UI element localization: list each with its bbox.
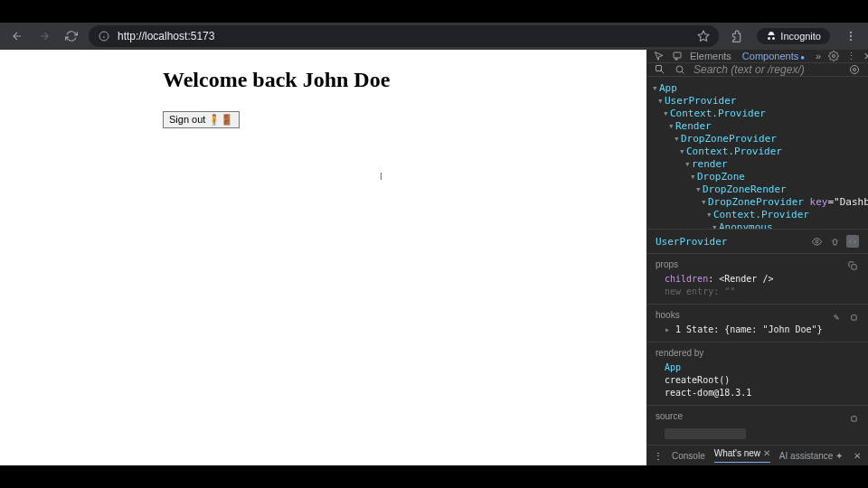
copy-hooks-icon[interactable] — [846, 310, 859, 323]
svg-rect-8 — [675, 59, 677, 60]
url-text: http://localhost:5173 — [118, 30, 214, 42]
wand-icon[interactable]: ✎ — [830, 310, 843, 323]
debug-icon[interactable] — [828, 235, 841, 248]
svg-point-14 — [851, 66, 859, 74]
tree-node[interactable]: ▾DropZoneRender — [650, 183, 864, 196]
gear-icon[interactable] — [828, 50, 839, 62]
source-path — [665, 428, 746, 439]
rendered-by-title: rendered by — [656, 348, 859, 358]
selected-component: UserProvider — [656, 236, 727, 248]
forward-button[interactable] — [34, 26, 54, 46]
tree-node[interactable]: ▾render — [650, 158, 864, 171]
text-cursor: I — [380, 172, 382, 182]
svg-rect-19 — [852, 265, 856, 269]
svg-point-11 — [676, 66, 683, 72]
star-icon[interactable] — [697, 30, 710, 42]
devtools-panel: Elements Components » ⋮ ✕ — [646, 50, 868, 465]
search-icon — [674, 63, 686, 76]
page-viewport: Welcome back John Doe Sign out 🧍🚪 I — [0, 50, 646, 465]
svg-rect-21 — [852, 417, 856, 421]
signout-button[interactable]: Sign out 🧍🚪 — [163, 111, 240, 128]
tree-node[interactable]: ▾App — [650, 82, 864, 95]
svg-rect-16 — [833, 239, 836, 244]
rendered-by-item[interactable]: App — [656, 361, 859, 374]
address-bar[interactable]: http://localhost:5173 — [89, 25, 719, 47]
hooks-title: hooks — [656, 310, 680, 320]
tree-node[interactable]: ▾DropZone — [650, 171, 864, 183]
svg-line-18 — [837, 239, 838, 240]
tab-ai[interactable]: AI assistance ✦ — [779, 451, 843, 461]
svg-point-15 — [816, 240, 818, 243]
svg-point-4 — [850, 32, 852, 33]
svg-point-5 — [850, 35, 852, 37]
rendered-by-item[interactable]: createRoot() — [656, 374, 859, 387]
tree-node[interactable]: ▾Context.Provider — [650, 108, 864, 120]
incognito-badge: Incognito — [757, 28, 830, 44]
drawer-menu-icon[interactable]: ⋮ — [654, 451, 663, 461]
code-icon[interactable] — [846, 235, 859, 248]
svg-rect-7 — [674, 52, 681, 58]
select-element-icon[interactable] — [654, 63, 666, 76]
extensions-icon[interactable] — [726, 26, 746, 46]
tree-node[interactable]: ▾Render — [650, 120, 864, 133]
browser-toolbar: http://localhost:5173 Incognito — [0, 23, 868, 50]
tree-node[interactable]: ▾Anonymous — [650, 221, 864, 229]
copy-source-icon[interactable] — [846, 411, 859, 424]
tab-more[interactable]: » — [816, 51, 821, 61]
tab-whatsnew[interactable]: What's new ✕ — [714, 448, 770, 463]
svg-point-9 — [833, 55, 835, 58]
eye-icon[interactable] — [810, 235, 823, 248]
reload-button[interactable] — [61, 26, 81, 46]
svg-rect-20 — [852, 315, 856, 320]
svg-point-13 — [854, 69, 856, 71]
props-title: props — [656, 259, 678, 269]
tree-node[interactable]: ▾DropZoneProvider key="Dashboard-b172" — [650, 196, 864, 209]
device-toggle-icon[interactable] — [672, 50, 683, 62]
drawer-close-icon[interactable]: ✕ — [854, 451, 861, 461]
copy-icon[interactable] — [846, 259, 859, 272]
tree-node[interactable]: ▾Context.Provider — [650, 209, 864, 221]
close-icon[interactable]: ✕ — [863, 50, 868, 62]
svg-line-17 — [831, 239, 832, 240]
component-tree[interactable]: ▾App▾UserProvider▾Context.Provider▾Rende… — [646, 77, 868, 229]
source-title: source — [656, 411, 683, 421]
tree-node[interactable]: ▾UserProvider — [650, 95, 864, 108]
tab-elements[interactable]: Elements — [690, 51, 731, 61]
svg-line-12 — [682, 71, 684, 73]
welcome-heading: Welcome back John Doe — [163, 68, 646, 92]
more-icon[interactable]: ⋮ — [846, 50, 856, 62]
site-info-icon[interactable] — [98, 30, 110, 42]
inspect-icon[interactable] — [654, 50, 665, 62]
back-button[interactable] — [7, 26, 27, 46]
search-input[interactable] — [693, 63, 841, 76]
tree-node[interactable]: ▾Context.Provider — [650, 145, 864, 158]
tab-console[interactable]: Console — [672, 451, 705, 461]
rendered-by-item[interactable]: react-dom@18.3.1 — [656, 387, 859, 399]
menu-icon[interactable] — [841, 26, 861, 46]
tree-node[interactable]: ▾DropZoneProvider — [650, 133, 864, 145]
svg-point-6 — [850, 39, 852, 41]
tab-components[interactable]: Components — [742, 51, 805, 61]
svg-marker-3 — [699, 31, 710, 41]
react-settings-icon[interactable] — [848, 63, 861, 76]
